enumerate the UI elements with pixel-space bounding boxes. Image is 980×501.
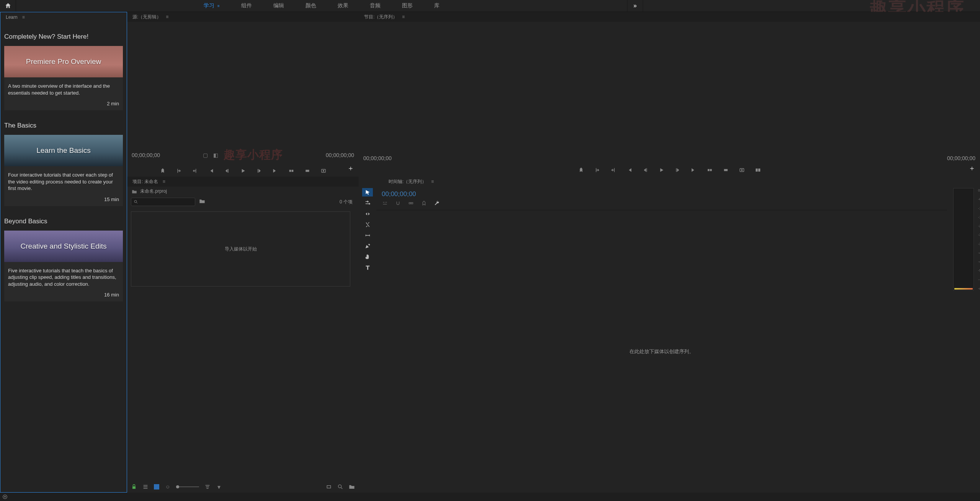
nest-icon[interactable] [382,200,388,206]
status-info-icon[interactable] [2,494,8,499]
step-fwd-icon[interactable] [256,167,263,174]
source-tc-out[interactable]: 00;00;00;00 [326,152,354,158]
go-to-out-icon[interactable] [272,167,279,174]
workspace-tab-editing[interactable]: 编辑 [263,0,295,11]
step-fwd-icon[interactable] [674,167,681,174]
fit-icon[interactable]: ▢ [203,152,208,158]
svg-point-15 [338,485,341,488]
active-indicator-icon: ≡ [217,4,220,8]
timeline-tab-label: 时间轴:（无序列） [387,177,428,187]
extract-icon[interactable] [722,167,729,174]
snap-icon[interactable] [395,200,401,206]
workspace-tab-audio[interactable]: 音频 [359,0,391,11]
workspace-tab-graphics[interactable]: 图形 [391,0,423,11]
source-panel-tab[interactable]: 源:（无剪辑） ≡ [127,12,359,22]
panel-menu-icon[interactable]: ≡ [22,15,25,20]
hand-tool[interactable] [362,252,373,261]
new-bin-icon[interactable] [337,484,343,490]
icon-view-icon[interactable] [154,484,159,490]
write-lock-icon[interactable] [131,484,137,490]
learn-section-title-1: The Basics [4,122,123,129]
selection-tool[interactable] [362,188,373,196]
workspace-tab-color[interactable]: 颜色 [295,0,327,11]
filter-bin-icon[interactable] [199,198,205,205]
go-to-in-icon[interactable] [207,167,214,174]
button-editor-icon[interactable]: ＋ [969,164,975,173]
timeline-settings-icon[interactable] [434,200,440,206]
project-dropzone[interactable]: 导入媒体以开始 [131,211,350,287]
slip-tool[interactable] [362,231,373,239]
step-back-icon[interactable] [224,167,230,174]
program-tc-in[interactable]: 00;00;00;00 [363,155,392,161]
lift-icon[interactable] [706,167,713,174]
sort-icon[interactable] [204,484,211,490]
list-view-icon[interactable] [142,484,149,490]
svg-rect-17 [411,203,413,204]
button-editor-icon[interactable]: ＋ [347,164,354,173]
out-point-icon[interactable] [191,167,198,174]
program-monitor-panel: 节目:（无序列） ≡ 00;00;00;00 00;00;00;00 [359,12,980,177]
in-point-icon[interactable] [175,167,182,174]
panel-menu-icon[interactable]: ≡ [163,179,165,184]
program-tc-out[interactable]: 00;00;00;00 [947,155,975,161]
razor-tool[interactable] [362,220,373,229]
workspace-tab-learn[interactable]: 学习≡ [193,0,230,11]
go-to-out-icon[interactable] [690,167,697,174]
new-item-icon[interactable] [349,484,355,490]
svg-point-4 [323,170,324,172]
learn-panel-tab[interactable]: Learn ≡ [0,12,127,22]
linked-selection-icon[interactable] [408,200,414,206]
program-monitor-view: 00;00;00;00 00;00;00;00 [359,22,980,177]
home-button[interactable] [0,0,16,11]
export-frame-icon[interactable] [320,167,327,174]
workspace-tab-effects[interactable]: 效果 [327,0,359,11]
pen-tool[interactable] [362,242,373,250]
track-select-tool[interactable] [362,199,373,207]
ripple-edit-tool[interactable] [362,210,373,218]
export-frame-icon[interactable] [738,167,745,174]
workspace-tab-assembly[interactable]: 组件 [230,0,263,11]
workspace-bar: 学习≡ 组件 编辑 颜色 效果 音频 图形 库 » 趣享小程序 [0,0,980,12]
marker-icon[interactable] [578,167,585,174]
workspace-tab-libraries[interactable]: 库 [423,0,450,11]
comparison-view-icon[interactable] [755,167,761,174]
overwrite-icon[interactable] [304,167,311,174]
learn-card-desc: Four interactive tutorials that cover ea… [4,166,123,195]
timeline-timecode[interactable]: 00;00;00;00 [380,190,943,198]
learn-card-creative[interactable]: Creative and Stylistic Edits Five intera… [4,231,123,302]
play-icon[interactable] [658,167,665,174]
marker-icon[interactable] [159,167,166,174]
source-tc-in[interactable]: 00;00;00;00 [132,152,160,158]
learn-card-overview[interactable]: Premiere Pro Overview A two minute overv… [4,46,123,110]
panel-menu-icon[interactable]: ≡ [431,179,434,184]
program-panel-tab[interactable]: 节目:（无序列） ≡ [359,12,980,22]
workspace-overflow-button[interactable]: » [627,0,643,11]
search-icon [134,200,138,204]
insert-icon[interactable] [288,167,295,174]
learn-card-desc: Five interactive tutorials that teach th… [4,262,123,291]
automate-to-seq-icon[interactable]: ▾ [216,484,222,490]
zoom-slider[interactable] [176,486,199,487]
panel-menu-icon[interactable]: ≡ [402,14,405,20]
project-bin-row: 未命名.prproj [127,187,359,196]
freeform-view-icon[interactable]: ○ [165,484,171,490]
play-icon[interactable] [240,167,247,174]
type-tool[interactable] [362,263,373,272]
timeline-dropzone[interactable]: 在此处放下媒体以创建序列。 [376,210,947,493]
timeline-panel-tab[interactable]: 时间轴:（无序列） ≡ [376,177,947,187]
go-to-in-icon[interactable] [626,167,633,174]
project-search-input[interactable] [131,198,195,206]
learn-card-basics[interactable]: Learn the Basics Four interactive tutori… [4,135,123,206]
audio-meter[interactable]: 0 -6 -12 -18 -24 -30 -36 -42 -48 -54 -- … [953,188,974,291]
half-res-icon[interactable]: ◧ [213,152,218,158]
panel-menu-icon[interactable]: ≡ [166,14,168,20]
find-icon[interactable] [326,484,332,490]
project-panel-tab[interactable]: 项目: 未命名 ≡ [127,177,359,187]
source-footer: 00;00;00;00 ▢◧趣享小程序 00;00;00;00 [127,150,359,177]
lower-right-group: 时间轴:（无序列） ≡ 00;00;00;00 在此处放下媒体以创建序列。 [359,177,980,493]
svg-rect-1 [291,170,293,172]
out-point-icon[interactable] [610,167,617,174]
marker-add-icon[interactable] [421,200,427,206]
step-back-icon[interactable] [642,167,649,174]
in-point-icon[interactable] [594,167,601,174]
